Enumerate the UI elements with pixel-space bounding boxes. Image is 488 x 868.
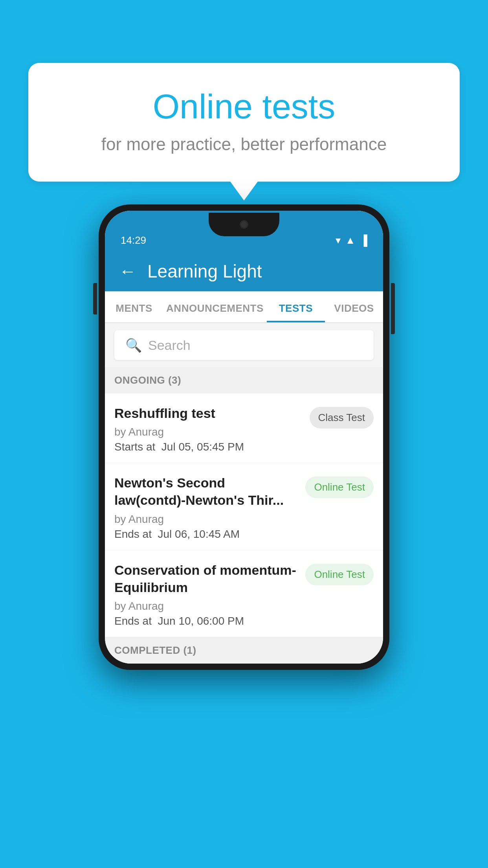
speech-bubble-subtitle: for more practice, better performance (60, 134, 428, 154)
test-by-2: by Anurag (114, 513, 299, 526)
test-name-2: Newton's Second law(contd)-Newton's Thir… (114, 474, 299, 509)
test-list: Reshuffling test by Anurag Starts at Jul… (105, 394, 383, 637)
ongoing-section-header: ONGOING (3) (105, 367, 383, 394)
test-info-1: Reshuffling test by Anurag Starts at Jul… (114, 405, 303, 453)
tab-announcements[interactable]: ANNOUNCEMENTS (163, 291, 267, 322)
app-header: ← Learning Light (105, 251, 383, 291)
test-date-2: Ends at Jul 06, 10:45 AM (114, 528, 299, 541)
test-by-3: by Anurag (114, 600, 299, 612)
search-input[interactable]: Search (148, 338, 191, 353)
phone-frame: 14:29 ▾ ▲ ▐ ← Learning Light MENTS ANNOU… (99, 204, 389, 670)
search-box[interactable]: 🔍 Search (114, 330, 374, 360)
speech-bubble-title: Online tests (60, 86, 428, 127)
phone-notch-area (99, 211, 389, 238)
phone-screen: 14:29 ▾ ▲ ▐ ← Learning Light MENTS ANNOU… (105, 211, 383, 664)
test-info-3: Conservation of momentum-Equilibrium by … (114, 561, 299, 627)
tabs-bar: MENTS ANNOUNCEMENTS TESTS VIDEOS (105, 291, 383, 323)
test-badge-2: Online Test (305, 476, 374, 498)
app-title: Learning Light (147, 261, 262, 282)
phone-wrapper: 14:29 ▾ ▲ ▐ ← Learning Light MENTS ANNOU… (99, 204, 389, 670)
test-date-1: Starts at Jul 05, 05:45 PM (114, 441, 303, 453)
test-item-2[interactable]: Newton's Second law(contd)-Newton's Thir… (105, 463, 383, 550)
phone-power-button (391, 283, 395, 334)
phone-notch (209, 213, 279, 236)
test-by-1: by Anurag (114, 426, 303, 438)
phone-volume-button (93, 283, 97, 314)
test-name-1: Reshuffling test (114, 405, 303, 422)
tab-tests[interactable]: TESTS (267, 291, 325, 322)
tab-ments[interactable]: MENTS (105, 291, 163, 322)
test-info-2: Newton's Second law(contd)-Newton's Thir… (114, 474, 299, 540)
speech-bubble: Online tests for more practice, better p… (28, 63, 460, 182)
completed-section-header: COMPLETED (1) (105, 637, 383, 664)
test-badge-1: Class Test (310, 407, 374, 428)
test-item-1[interactable]: Reshuffling test by Anurag Starts at Jul… (105, 394, 383, 463)
search-container: 🔍 Search (105, 323, 383, 367)
test-name-3: Conservation of momentum-Equilibrium (114, 561, 299, 596)
back-button[interactable]: ← (119, 261, 136, 281)
test-date-3: Ends at Jun 10, 06:00 PM (114, 615, 299, 627)
search-icon: 🔍 (125, 337, 142, 353)
tab-videos[interactable]: VIDEOS (325, 291, 383, 322)
phone-camera (240, 220, 248, 229)
test-item-3[interactable]: Conservation of momentum-Equilibrium by … (105, 550, 383, 637)
test-badge-3: Online Test (305, 564, 374, 585)
